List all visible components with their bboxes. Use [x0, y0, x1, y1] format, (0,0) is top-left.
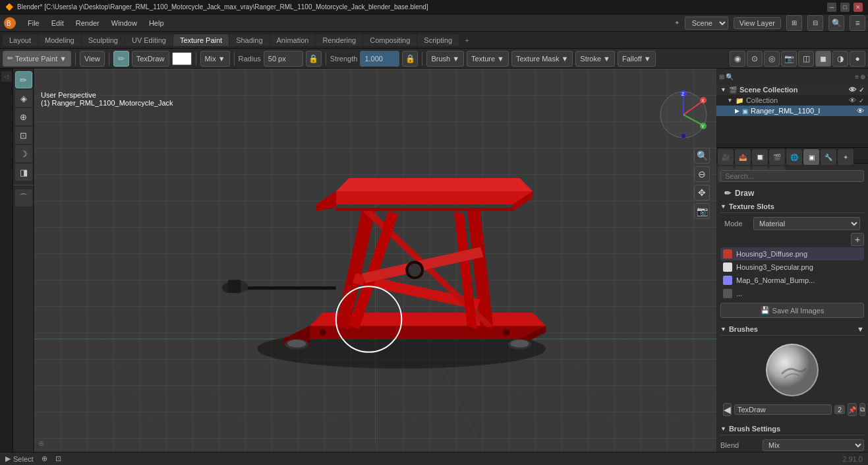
zoom-out-btn[interactable]: ⊖ — [694, 166, 710, 182]
outliner-add-icon[interactable]: ⊕ — [860, 73, 865, 80]
add-workspace-btn[interactable]: + — [459, 34, 474, 46]
scene-select[interactable]: Scene — [685, 16, 728, 30]
prop-view-layer-btn[interactable]: 🔲 — [752, 149, 768, 165]
menu-render[interactable]: Render — [71, 18, 105, 28]
prop-modifier-btn[interactable]: 🔧 — [821, 149, 836, 165]
maximize-btn[interactable]: □ — [840, 3, 850, 12]
prop-world-btn[interactable]: 🌐 — [786, 149, 802, 165]
zoom-in-btn[interactable]: 🔍 — [694, 148, 710, 164]
viewport[interactable]: User Perspective (1) Ranger_RML_1100_Mot… — [34, 69, 716, 452]
viewport-camera-btn[interactable]: 📷 — [781, 51, 797, 67]
draw-tool-btn[interactable]: ✏ — [15, 71, 32, 88]
tab-animation[interactable]: Animation — [270, 34, 316, 46]
strength-lock-icon[interactable]: 🔒 — [402, 51, 418, 67]
menu-edit[interactable]: Edit — [46, 18, 69, 28]
blend-dropdown[interactable]: Mix ▼ — [200, 51, 230, 67]
prev-brush-btn[interactable]: ◀ — [723, 403, 732, 416]
brush-curve-btn[interactable]: ⌒ — [15, 189, 32, 206]
outliner-filter-icon[interactable]: ≡ — [855, 73, 859, 80]
texture-dropdown[interactable]: Texture ▼ — [467, 51, 509, 67]
prop-scene-btn[interactable]: 🎬 — [769, 149, 785, 165]
edge-collapse-btn[interactable]: ◁ — [1, 71, 12, 82]
scene-settings-btn[interactable]: ⊟ — [807, 15, 823, 31]
tab-uv-editing[interactable]: UV Editing — [125, 34, 173, 46]
tab-sculpting[interactable]: Sculpting — [82, 34, 125, 46]
texture-slot-diffuse[interactable]: Housing3_Diffuse.png — [720, 247, 864, 261]
brushes-expand-icon[interactable]: ▼ — [857, 325, 864, 333]
menu-help[interactable]: Help — [144, 18, 169, 28]
tab-scripting[interactable]: Scripting — [417, 34, 459, 46]
save-all-images-btn[interactable]: 💾 Save All Images — [720, 303, 864, 318]
prop-object-btn[interactable]: ▣ — [803, 149, 819, 165]
blend-select[interactable]: Mix Add Subtract — [763, 439, 864, 451]
viewport-shading-wire-btn[interactable]: ◫ — [798, 51, 814, 67]
window-controls[interactable]: ─ □ ✕ — [827, 3, 863, 12]
col-visibility-icon[interactable]: 👁 — [849, 96, 856, 104]
gizmos-btn[interactable]: ◎ — [764, 51, 780, 67]
view-menu-btn[interactable]: View — [80, 51, 105, 67]
blend-label: Mix — [205, 55, 216, 63]
fill-tool-btn[interactable]: ◈ — [15, 90, 32, 107]
color-swatch[interactable] — [172, 52, 192, 65]
texture-slots-header: ▼ Texture Slots — [720, 201, 864, 213]
add-texture-slot-btn[interactable]: + — [851, 233, 864, 246]
prop-output-btn[interactable]: 📤 — [735, 149, 751, 165]
tab-modeling[interactable]: Modeling — [38, 34, 81, 46]
tab-rendering[interactable]: Rendering — [316, 34, 362, 46]
mask-tool-btn[interactable]: ◨ — [15, 164, 32, 181]
object-item[interactable]: ▶ ▣ Ranger_RML_1100_I 👁 — [716, 106, 868, 116]
texture-mask-dropdown[interactable]: Texture Mask ▼ — [511, 51, 573, 67]
add-slot-row: + — [720, 232, 864, 247]
brush-copy-btn[interactable]: ⧉ — [859, 403, 865, 416]
col-checkbox-icon[interactable]: ✓ — [859, 97, 864, 104]
prop-particles-btn[interactable]: ✦ — [838, 149, 854, 165]
tab-texture-paint[interactable]: Texture Paint — [173, 34, 229, 46]
render-settings-btn[interactable]: ⊞ — [786, 15, 802, 31]
sc-visibility-icon[interactable]: 👁 — [849, 86, 856, 94]
viewport-overlay-btn[interactable]: ⊙ — [747, 51, 763, 67]
texture-slot-normal[interactable]: Map_6_Normal_Bump... — [720, 274, 864, 287]
strength-field[interactable]: 1.000 — [360, 51, 399, 67]
soften-tool-btn[interactable]: ☽ — [15, 145, 32, 162]
mode-select[interactable]: Material Image — [753, 217, 860, 230]
falloff-dropdown[interactable]: Falloff ▼ — [618, 51, 656, 67]
pan-btn[interactable]: ✥ — [694, 185, 710, 201]
menu-window[interactable]: Window — [106, 18, 142, 28]
tab-compositing[interactable]: Compositing — [363, 34, 417, 46]
obj-visibility-icon[interactable]: 👁 — [857, 107, 864, 115]
tab-layout[interactable]: Layout — [3, 34, 38, 46]
radius-lock-icon[interactable]: 🔒 — [306, 51, 322, 67]
search-btn[interactable]: 🔍 — [828, 15, 844, 31]
clone-tool-btn[interactable]: ⊡ — [15, 127, 32, 144]
normal-slot-name: Map_6_Normal_Bump... — [736, 276, 861, 284]
radius-field[interactable]: 50 px — [264, 51, 303, 67]
sep-3 — [196, 52, 196, 65]
mode-selector[interactable]: ✏ Texture Paint ▼ — [3, 51, 71, 67]
properties-search[interactable] — [720, 170, 864, 182]
tab-shading[interactable]: Shading — [229, 34, 269, 46]
viewport-shading-solid-btn[interactable]: ◼ — [815, 51, 831, 67]
scene-collection-header[interactable]: ▼ 🎬 Scene Collection 👁 ✓ — [716, 84, 868, 95]
stroke-dropdown[interactable]: Stroke ▼ — [575, 51, 615, 67]
brush-name-btn[interactable]: TexDraw — [132, 51, 169, 67]
menu-file[interactable]: File — [22, 18, 45, 28]
texture-slot-extra[interactable]: ... — [720, 287, 864, 300]
camera-view-btn[interactable]: 📷 — [694, 203, 710, 219]
draw-tool-icon[interactable]: ✏ — [113, 51, 129, 67]
brush-name-input[interactable] — [734, 404, 832, 415]
texture-slot-specular[interactable]: Housing3_Specular.png — [720, 261, 864, 274]
sc-checkbox-icon[interactable]: ✓ — [859, 86, 864, 94]
collection-item[interactable]: ▼ 📁 Collection 👁 ✓ — [716, 95, 868, 106]
minimize-btn[interactable]: ─ — [827, 3, 836, 12]
viewport-shading-render-btn[interactable]: ● — [850, 51, 865, 67]
zoom-controls: 🔍 ⊖ ✥ 📷 — [694, 148, 710, 219]
viewport-shading-mat-btn[interactable]: ◑ — [832, 51, 848, 67]
nav-gizmo[interactable]: Z X Y — [657, 88, 710, 141]
brush-dropdown[interactable]: Brush ▼ — [426, 51, 464, 67]
viewport-shading-btn[interactable]: ◉ — [730, 51, 745, 67]
filter-btn[interactable]: ≡ — [850, 15, 865, 31]
prop-render-btn[interactable]: 🎥 — [718, 149, 734, 165]
close-btn[interactable]: ✕ — [854, 3, 863, 12]
brush-pin-btn[interactable]: 📌 — [848, 403, 857, 416]
smear-tool-btn[interactable]: ⊕ — [15, 108, 32, 125]
